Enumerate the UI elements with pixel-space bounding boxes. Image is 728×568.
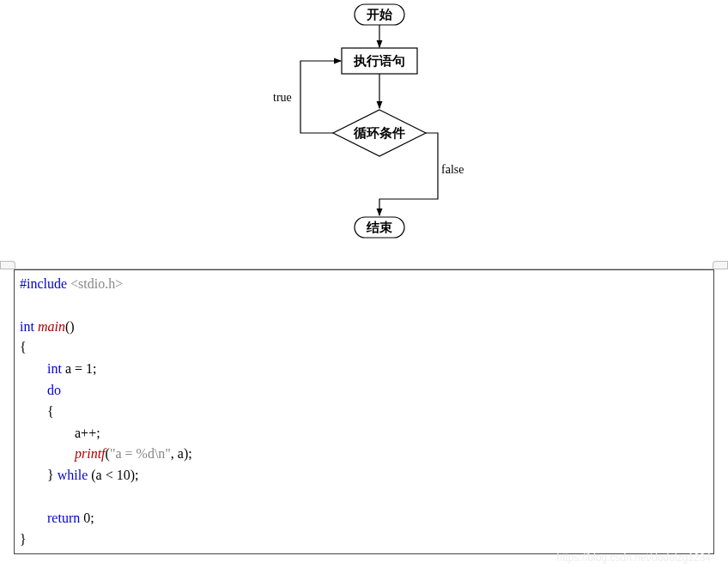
condition-node-label: 循环条件 [333,125,426,142]
code-line: } while (a < 10); [20,465,708,486]
code-line: int main() [20,317,708,338]
end-node-label: 结束 [355,220,404,236]
indent: } [20,468,58,482]
int-keyword: int [47,361,62,376]
code-line: int a = 1; [20,359,708,380]
printf-function: printf [75,446,106,461]
code-line: return 0; [20,508,708,529]
return-val: 0; [80,511,94,525]
main-paren: () [65,319,75,334]
include-keyword: #include [20,276,67,291]
indent [20,511,47,525]
return-keyword: return [47,511,80,525]
code-block: #include <stdio.h> int main() { int a = … [14,269,714,554]
code-blank-line [20,295,708,317]
decl-text: a = 1; [62,361,97,376]
code-line: printf("a = %d\n", a); [20,444,708,465]
flowchart: 开始 执行语句 循环条件 结束 true false [0,0,728,257]
action-node-label: 执行语句 [342,53,417,69]
true-edge-label: true [273,91,292,105]
false-edge-label: false [441,163,464,177]
watermark: https://blog.csdn.net/dodolzg1234 [557,550,711,563]
while-keyword: while [58,468,88,482]
code-line: { [20,337,708,359]
indent [20,446,75,461]
separator-line [0,269,728,269]
main-function: main [34,319,65,334]
start-node-label: 开始 [355,7,404,23]
printf-args: , a); [171,446,192,461]
indent [20,361,47,376]
code-line: { [20,402,708,423]
code-line: do [20,380,708,402]
code-blank-line [20,486,708,508]
code-line: } [20,529,708,551]
code-line: a++; [20,423,708,444]
do-keyword: do [47,383,61,397]
include-header: <stdio.h> [67,276,123,291]
code-line: #include <stdio.h> [20,274,708,295]
int-keyword: int [20,319,34,334]
while-cond: (a < 10); [88,468,138,482]
panel-separator [0,257,728,269]
string-literal: "a = %d\n" [110,446,171,461]
indent [20,383,47,397]
